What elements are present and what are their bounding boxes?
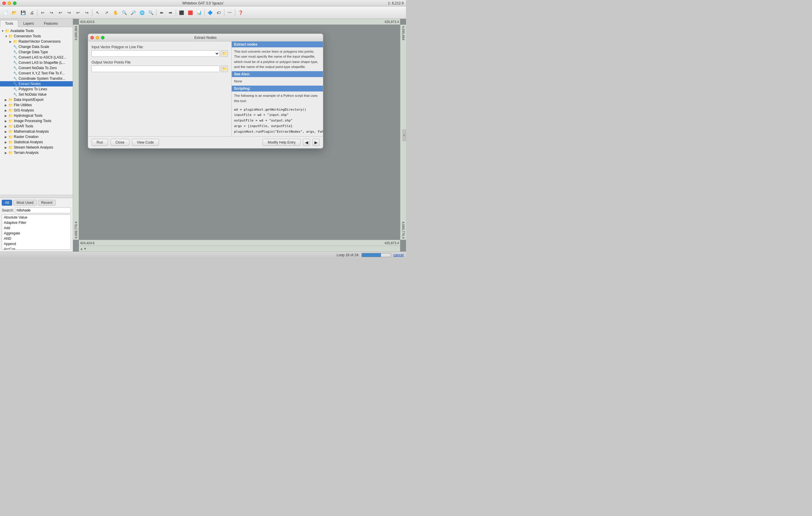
back-button[interactable]: ⬅: [157, 8, 166, 17]
zoom-in-button[interactable]: 🔍: [120, 8, 128, 17]
forward-button[interactable]: ➡: [166, 8, 175, 17]
tree-item-raster-vector[interactable]: ▶ 📁 Raster/Vector Conversions: [0, 39, 73, 44]
minimize-button[interactable]: [8, 1, 11, 5]
dialog-next-button[interactable]: ▶: [312, 139, 319, 146]
tree-item-set-nodata[interactable]: ▶ 🔧 Set NoData Value: [0, 92, 73, 97]
result-item-adaptive-filter[interactable]: Adaptive Filter: [2, 220, 71, 225]
tree-hscroll[interactable]: [0, 195, 73, 198]
result-item-arccos[interactable]: ArcCos: [2, 246, 71, 250]
tree-root-available-tools[interactable]: ▼ 📁 Available Tools: [0, 28, 73, 34]
dialog-prev-button[interactable]: ◀: [303, 139, 310, 146]
tree-item-coordinate-system[interactable]: ▶ 🔧 Coordinate System Transfor...: [0, 76, 73, 81]
window-controls[interactable]: [2, 1, 17, 5]
result-item-aggregate[interactable]: Aggregate: [2, 231, 71, 236]
tree-item-statistical-analysis[interactable]: ▶ 📁 Statistical Analysis: [0, 140, 73, 145]
run-button[interactable]: Run: [92, 139, 108, 146]
result-item-add[interactable]: Add: [2, 225, 71, 231]
close-button[interactable]: [2, 1, 6, 5]
input-file-select[interactable]: [92, 50, 220, 57]
result-item-absolute-value[interactable]: Absolute Value: [2, 215, 71, 220]
tree-item-polygons-to-lines[interactable]: ▶ 🔧 Polygons To Lines: [0, 87, 73, 92]
view-code-button[interactable]: View Code: [132, 139, 159, 146]
pan-button[interactable]: ✋: [111, 8, 119, 17]
tree-item-raster-creation[interactable]: ▶ 📁 Raster Creation: [0, 134, 73, 140]
raster-button[interactable]: 📊: [195, 8, 203, 17]
undo-button[interactable]: ↩: [38, 8, 47, 17]
raster-vector-label: Raster/Vector Conversions: [19, 39, 61, 43]
tree-item-file-utilities[interactable]: ▶ 📁 File Utilities: [0, 102, 73, 108]
redo2-button[interactable]: ↪: [65, 8, 73, 17]
tree-item-change-data-type[interactable]: ▶ 🔧 Change Data Type: [0, 50, 73, 55]
map-content-area[interactable]: 424,424.6 425,873.4 4,690,884 4,689,776.…: [73, 19, 406, 251]
print-button[interactable]: 🖨: [28, 8, 36, 17]
nav-up-button[interactable]: ▲: [80, 247, 83, 250]
select-arrow-button[interactable]: ↖: [94, 8, 102, 17]
tree-item-stream-network[interactable]: ▶ 📁 Stream Network Analysis: [0, 145, 73, 150]
search-results-list[interactable]: Absolute Value Adaptive Filter Add Aggre…: [2, 214, 71, 250]
folder-icon-conversion: 📁: [8, 34, 13, 38]
wave-button[interactable]: 〰: [226, 8, 234, 17]
tab-layers[interactable]: Layers: [18, 20, 39, 27]
tree-item-extract-nodes[interactable]: ▶ 🔧 Extract Nodes: [0, 81, 73, 87]
input-file-browse-button[interactable]: 📁: [221, 50, 228, 57]
output-file-label: Output Vector Points File: [92, 60, 228, 64]
tree-item-lidar-tools[interactable]: ▶ 📁 LiDAR Tools: [0, 124, 73, 129]
output-file-input[interactable]: [92, 66, 220, 72]
search-input[interactable]: [15, 207, 71, 213]
tree-item-gis-analysis[interactable]: ▶ 📁 GIS Analysis: [0, 108, 73, 113]
world-button[interactable]: 🌐: [138, 8, 146, 17]
search-tab-all[interactable]: All: [2, 200, 12, 206]
tree-item-image-processing[interactable]: ▶ 📁 Image Processing Tools: [0, 118, 73, 124]
tree-item-terrain-analysis[interactable]: ▶ 📁 Terrain Analysis: [0, 150, 73, 155]
result-item-and[interactable]: AND: [2, 236, 71, 241]
right-edge-panel[interactable]: ≡: [403, 129, 406, 141]
dialog-close-button[interactable]: [90, 36, 94, 39]
tab-tools[interactable]: Tools: [0, 20, 18, 27]
move2-button[interactable]: ↪: [83, 8, 91, 17]
open-button[interactable]: 📂: [10, 8, 18, 17]
search-tab-recent[interactable]: Recent: [38, 200, 56, 206]
help-cursor-button[interactable]: ↗: [103, 8, 111, 17]
close-dialog-button[interactable]: Close: [110, 139, 129, 146]
dialog-window-controls[interactable]: [90, 36, 105, 39]
new-button[interactable]: 📄: [1, 8, 9, 17]
tree-item-conversion-tools[interactable]: ▼ 📁 Conversion Tools: [0, 34, 73, 39]
maximize-button[interactable]: [13, 1, 17, 5]
tree-item-convert-xyz[interactable]: ▶ 🔧 Convert X,Y,Z Text File To F...: [0, 70, 73, 76]
tree-item-data-import-export[interactable]: ▶ 📁 Data Import/Export: [0, 97, 73, 102]
tree-item-hydrological-tools[interactable]: ▶ 📁 Hydrological Tools: [0, 113, 73, 118]
navigate-button[interactable]: 🔷: [206, 8, 214, 17]
tree-item-mathematical-analysis[interactable]: ▶ 📁 Mathematical Analysis: [0, 129, 73, 134]
map-nav-arrows[interactable]: ▲ ▼: [79, 246, 400, 251]
info-button[interactable]: ❓: [236, 8, 245, 17]
tool-tree[interactable]: ▼ 📁 Available Tools ▼ 📁 Conversion Tools…: [0, 27, 73, 195]
convert-las-shapefile-label: Convert LAS to Shapefile (L...: [19, 61, 65, 65]
tree-item-convert-nodata-zero[interactable]: ▶ 🔧 Convert NoData To Zero: [0, 65, 73, 70]
zoom-out-button[interactable]: 🔎: [129, 8, 137, 17]
grid-button[interactable]: ⬛: [177, 8, 185, 17]
nav-down-button[interactable]: ▼: [84, 247, 87, 250]
undo2-button[interactable]: ↩: [56, 8, 64, 17]
coord-ruler-bottom: 424,424.6 425,873.4: [79, 240, 400, 246]
separator-1: [37, 9, 37, 16]
redo-button[interactable]: ↪: [48, 8, 56, 17]
save-button[interactable]: 💾: [19, 8, 27, 17]
separator-6: [224, 9, 224, 16]
folder-icon-file-utilities: 📁: [8, 103, 13, 108]
modify-help-entry-button[interactable]: Modify Help Entry: [263, 139, 300, 146]
dialog-maximize-button[interactable]: [101, 36, 105, 39]
output-file-browse-button[interactable]: 📁: [221, 66, 228, 72]
tree-item-convert-las-shapefile[interactable]: ▶ 🔧 Convert LAS to Shapefile (L...: [0, 60, 73, 65]
cancel-link[interactable]: cancel: [393, 253, 404, 257]
search-tab-most-used[interactable]: Most Used: [13, 200, 36, 206]
label-button[interactable]: 🏷: [214, 8, 223, 17]
move-button[interactable]: ↩: [74, 8, 82, 17]
tree-item-change-data-scale[interactable]: ▶ 🔧 Change Data Scale: [0, 44, 73, 50]
tab-features[interactable]: Features: [39, 20, 63, 27]
zoom-extent-button[interactable]: 🔍: [147, 8, 155, 17]
result-item-append[interactable]: Append: [2, 241, 71, 246]
layer-button[interactable]: 🟥: [186, 8, 194, 17]
help-scripting-label: Scripting:: [232, 86, 323, 91]
tree-item-convert-las-ascii[interactable]: ▶ 🔧 Convert LAS to ASCII (LAS2...: [0, 55, 73, 60]
dialog-minimize-button[interactable]: [96, 36, 99, 39]
